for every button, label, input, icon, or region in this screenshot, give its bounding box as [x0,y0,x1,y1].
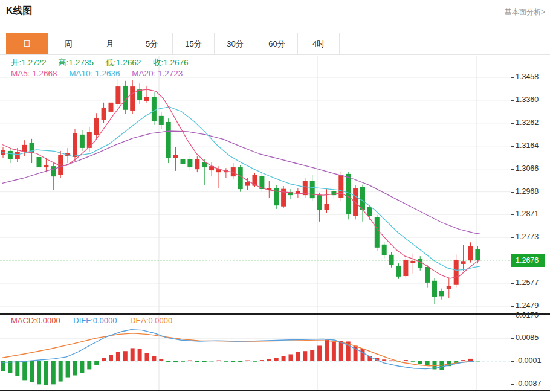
price-axis-label-tick [511,283,514,284]
low-value: 1.2662 [116,58,141,67]
tab-30min[interactable]: 30分 [215,33,256,54]
diff-label: DIFF: [73,316,93,325]
price-axis-label-tick [511,192,514,193]
title-divider [0,22,550,22]
price-axis-label-tick [511,169,514,170]
tab-15min[interactable]: 15分 [173,33,215,54]
tabbar-divider [0,54,550,55]
macd-readout: MACD:0.0000 DIFF:0.0000 DEA:0.0000 [11,316,172,325]
dea-value: 0.0000 [149,316,173,325]
macd-axis-label: 0.0170 [516,311,549,320]
tab-5min[interactable]: 5分 [131,33,173,54]
macd-axis-label-tick [511,338,514,339]
current-price-badge: 1.2676 [511,254,545,267]
period-tabbar: 日 周 月 5分 15分 30分 60分 4时 [6,33,340,54]
macd-value: 0.0000 [36,316,60,325]
dea-label: DEA: [130,316,148,325]
price-axis-label-tick [511,146,514,147]
tab-day[interactable]: 日 [6,33,48,54]
low-label: 低: [106,58,116,67]
diff-value: 0.0000 [93,316,117,325]
ma10-value: 1.2636 [95,69,120,78]
price-axis-label: 1.2871 [516,210,549,218]
ohlc-readout: 开:1.2722 高:1.2735 低:1.2662 收:1.2676 [11,57,198,68]
ma20-label: MA20: [132,69,155,78]
macd-axis-label-tick [511,361,514,362]
macd-chart [0,314,511,390]
macd-axis-label: -0.0087 [516,379,549,388]
price-axis-label: 1.3360 [516,95,549,104]
tab-month[interactable]: 月 [89,33,131,54]
price-axis-label: 1.3458 [516,72,549,81]
price-axis-label: 1.3164 [516,141,549,150]
macd-axis-label: -0.0001 [516,356,549,365]
ma-readout: MA5: 1.2668 MA10: 1.2636 MA20: 1.2723 [11,69,192,78]
high-label: 高: [58,58,68,67]
price-axis-label-tick [511,214,514,215]
candlestick-chart [0,56,511,314]
open-value: 1.2722 [21,58,46,67]
price-axis-label-tick [511,306,514,307]
price-axis-label: 1.3066 [516,164,549,173]
panel-separator [0,313,550,315]
chart-bottom-border [0,390,550,391]
price-axis-label: 1.3262 [516,118,549,127]
open-label: 开: [11,58,21,67]
price-axis-label-tick [511,237,514,238]
ma10-label: MA10: [69,69,92,78]
tab-week[interactable]: 周 [48,33,89,54]
price-axis-label: 1.2968 [516,187,549,196]
ma20-value: 1.2723 [158,69,183,78]
macd-label: MACD: [11,316,36,325]
price-axis-label-tick [511,100,514,101]
price-axis-label: 1.2773 [516,233,549,241]
price-axis-label: 1.2479 [516,301,549,310]
fundamental-analysis-link[interactable]: 基本面分析> [505,7,545,18]
close-value: 1.2676 [163,58,188,67]
ma5-value: 1.2668 [32,69,57,78]
price-axis-label-tick [511,123,514,124]
macd-axis-label-tick [511,384,514,385]
high-value: 1.2735 [69,58,94,67]
macd-axis-label: 0.0085 [516,333,549,342]
page-title: K线图 [6,5,33,18]
price-axis-label: 1.2577 [516,278,549,287]
close-label: 收: [153,58,163,67]
tab-4hour[interactable]: 4时 [298,33,340,54]
macd-axis-label-tick [511,316,514,316]
tab-60min[interactable]: 60分 [256,33,298,54]
ma5-label: MA5: [11,69,30,78]
price-axis-label-tick [511,77,514,78]
kline-chart-widget: K线图 基本面分析> 日 周 月 5分 15分 30分 60分 4时 开:1.2… [0,0,550,392]
y-axis-line [511,56,511,391]
